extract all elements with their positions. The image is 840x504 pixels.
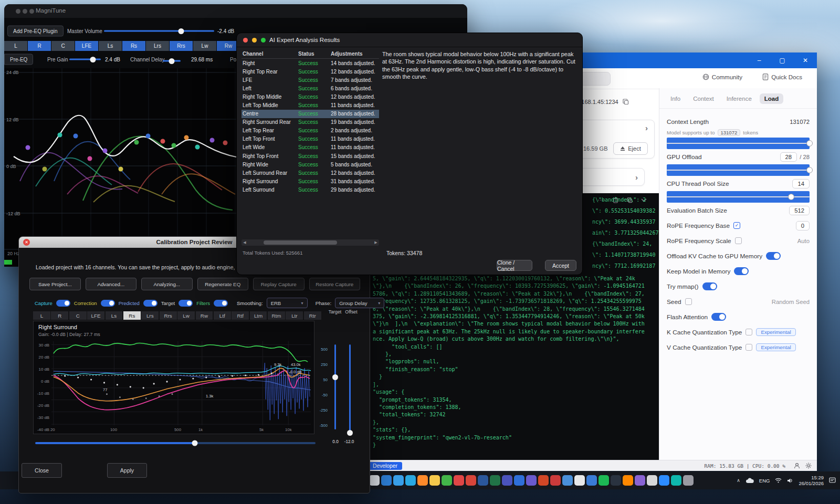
horizontal-scrollbar[interactable]: ◀ ▶ bbox=[242, 239, 379, 246]
value-rope-frequency-base[interactable]: 0 bbox=[796, 221, 810, 230]
quick-docs-button[interactable]: Quick Docs bbox=[762, 74, 802, 80]
toggle-keep-model-in-memory[interactable] bbox=[734, 267, 749, 275]
task-view-icon[interactable] bbox=[393, 475, 404, 486]
close-icon[interactable] bbox=[243, 38, 248, 43]
zoom-icon[interactable] bbox=[29, 9, 34, 14]
gear-icon[interactable] bbox=[805, 463, 812, 469]
slider-track[interactable] bbox=[667, 170, 810, 171]
add-pre-eq-plugin-button[interactable]: Add Pre-EQ Plugin bbox=[7, 26, 64, 37]
tray-chevron-up-icon[interactable]: ∧ bbox=[737, 478, 740, 483]
tab-inference[interactable]: Inference bbox=[722, 93, 757, 104]
minimize-icon[interactable] bbox=[23, 9, 27, 14]
toggle-try-mmap[interactable] bbox=[702, 282, 717, 290]
close-button[interactable]: ✕ bbox=[794, 52, 817, 68]
channel-tab-rs[interactable]: Rs bbox=[123, 311, 141, 320]
analysis-row-left-top-front[interactable]: Left Top FrontSuccess11 bands adjusted. bbox=[242, 135, 379, 143]
adobe-icon[interactable] bbox=[454, 475, 464, 486]
analysis-row-right-top-rear[interactable]: Right Top RearSuccess12 bands adjusted. bbox=[242, 67, 379, 76]
close-button[interactable]: Close bbox=[22, 463, 62, 478]
vscode-icon[interactable] bbox=[405, 475, 416, 486]
scroll-right-icon[interactable]: ▶ bbox=[373, 240, 379, 245]
notifications-icon[interactable] bbox=[829, 477, 836, 484]
analysis-row-left-top-middle[interactable]: Left Top MiddleSuccess11 bands adjusted. bbox=[242, 101, 379, 109]
slider-knob[interactable] bbox=[806, 140, 813, 146]
powerpoint-icon[interactable] bbox=[538, 475, 549, 486]
search-icon[interactable] bbox=[381, 475, 392, 486]
channel-tab-ltf[interactable]: Ltf bbox=[214, 311, 231, 320]
chevron-right-icon[interactable]: › bbox=[635, 173, 638, 182]
channel-tab-ltm[interactable]: Ltm bbox=[250, 311, 267, 320]
target-slider[interactable] bbox=[334, 344, 336, 429]
minimize-button[interactable]: – bbox=[748, 52, 771, 68]
analysis-row-right-top-middle[interactable]: Right Top MiddleSuccess12 bands adjusted… bbox=[242, 92, 379, 101]
regenerate-eq-button[interactable]: Regenerate EQ bbox=[197, 278, 249, 290]
close-icon[interactable] bbox=[16, 9, 20, 14]
channel-tab-r[interactable]: R bbox=[51, 311, 68, 320]
edge-icon[interactable] bbox=[671, 475, 681, 486]
analysis-row-right-top-front[interactable]: Right Top FrontSuccess15 bands adjusted. bbox=[242, 152, 379, 160]
chevron-right-icon[interactable]: › bbox=[645, 123, 648, 132]
channel-tab-ltr[interactable]: Ltr bbox=[286, 311, 303, 320]
scrollbar-thumb[interactable] bbox=[264, 240, 337, 245]
offset-slider[interactable] bbox=[349, 344, 351, 434]
master-volume-slider[interactable] bbox=[104, 30, 214, 32]
tab-context[interactable]: Context bbox=[688, 93, 719, 104]
toggle-target[interactable] bbox=[178, 300, 193, 307]
notepad-icon[interactable] bbox=[574, 475, 585, 486]
channel-tab-lw[interactable]: Lw bbox=[177, 311, 195, 320]
analysis-row-centre[interactable]: CentreSuccess28 bands adjusted. bbox=[242, 110, 379, 118]
analysis-row-right-wide[interactable]: Right WideSuccess5 bands adjusted. bbox=[242, 160, 379, 169]
app-blue-icon[interactable] bbox=[514, 475, 524, 486]
channel-tab-rtf[interactable]: Rtf bbox=[232, 311, 249, 320]
value-cpu-thread-pool-size[interactable]: 14 bbox=[792, 179, 810, 188]
volume-icon[interactable] bbox=[787, 478, 793, 484]
checkbox-k-cache-quantization-type[interactable] bbox=[746, 329, 752, 335]
channel-tab-c[interactable]: C bbox=[69, 311, 87, 320]
checkbox-rope-frequency-base[interactable]: ✓ bbox=[733, 222, 740, 229]
magnitune-channel-tab-rs[interactable]: Rs bbox=[122, 41, 145, 51]
maximize-button[interactable]: ▢ bbox=[771, 52, 794, 68]
replay-capture-button[interactable]: Replay Capture bbox=[253, 278, 304, 290]
checkbox-v-cache-quantization-type[interactable] bbox=[746, 344, 752, 351]
magnitune-channel-tab-c[interactable]: C bbox=[51, 41, 75, 51]
channel-delay-knob[interactable] bbox=[169, 58, 175, 64]
eject-button[interactable]: Eject bbox=[613, 142, 648, 155]
target-slider-knob[interactable] bbox=[332, 374, 338, 380]
vlc-icon[interactable] bbox=[623, 475, 633, 486]
settings-icon[interactable] bbox=[683, 475, 694, 486]
app-lightblue-icon[interactable] bbox=[562, 475, 573, 486]
checkbox-rope-frequency-scale[interactable] bbox=[735, 237, 742, 244]
pdf-icon[interactable] bbox=[466, 475, 476, 486]
pre-gain-knob[interactable] bbox=[90, 57, 96, 62]
magnitune-channel-tab-lfe[interactable]: LFE bbox=[75, 41, 98, 51]
clone-cancel-button[interactable]: Clone / Cancel bbox=[497, 260, 532, 271]
terminal-icon[interactable] bbox=[611, 475, 621, 486]
store-icon[interactable] bbox=[586, 475, 597, 486]
toggle-predicted[interactable] bbox=[143, 300, 158, 307]
magnitune-channel-tab-rrs[interactable]: Rrs bbox=[170, 41, 193, 51]
toggle-filters[interactable] bbox=[214, 300, 228, 307]
tab-info[interactable]: Info bbox=[666, 93, 685, 104]
chrome-icon[interactable] bbox=[442, 475, 452, 486]
pre-eq-tab[interactable]: Pre-EQ bbox=[4, 54, 33, 65]
analysis-row-right-surround-rear[interactable]: Right Surround RearSuccess19 bands adjus… bbox=[242, 118, 379, 127]
slider-track[interactable] bbox=[667, 143, 810, 144]
pre-gain-slider[interactable] bbox=[69, 59, 101, 60]
channel-tab-ls[interactable]: Ls bbox=[106, 311, 123, 320]
spotify-icon[interactable] bbox=[598, 475, 609, 486]
user-icon[interactable] bbox=[794, 463, 800, 469]
onedrive-cloud-icon[interactable] bbox=[746, 478, 754, 484]
analysis-row-left-surround[interactable]: Left SurroundSuccess29 bands adjusted. bbox=[242, 185, 379, 194]
excel-icon[interactable] bbox=[490, 475, 500, 486]
toggle-offload-kv-cache-to-gpu-memory[interactable] bbox=[766, 252, 781, 260]
start-icon[interactable] bbox=[369, 475, 380, 486]
frequency-range-slider[interactable] bbox=[35, 442, 316, 444]
channel-tab-lrs[interactable]: Lrs bbox=[141, 311, 159, 320]
scroll-left-icon[interactable]: ◀ bbox=[242, 240, 248, 245]
phase-dropdown[interactable]: Group Delay▾ bbox=[335, 298, 384, 308]
teams-icon[interactable] bbox=[502, 475, 512, 486]
folder-icon[interactable] bbox=[429, 475, 440, 486]
tab-load[interactable]: Load bbox=[760, 93, 783, 104]
channel-tab-rtr[interactable]: Rtr bbox=[304, 311, 321, 320]
developer-tab[interactable]: Developer bbox=[368, 462, 402, 470]
